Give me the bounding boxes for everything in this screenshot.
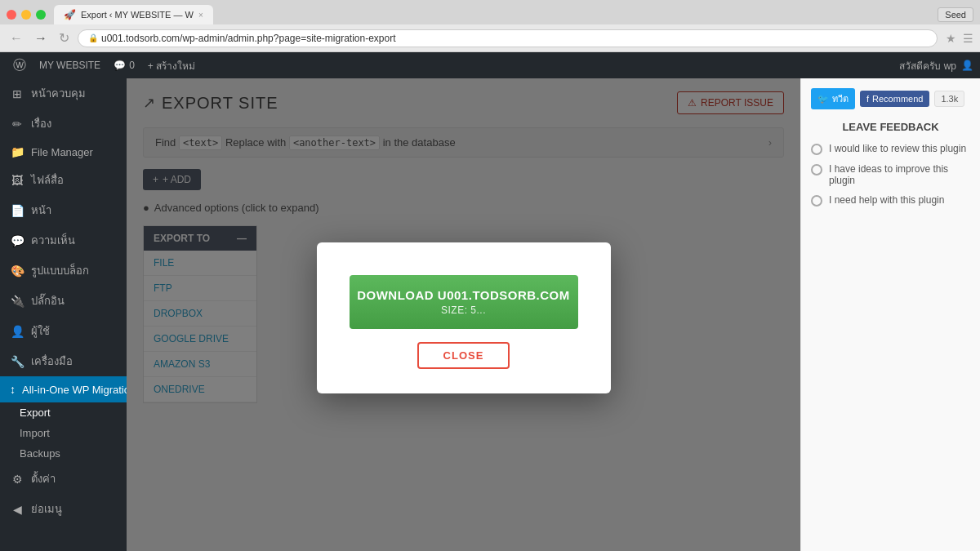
sidebar-item-collapse[interactable]: ◀ ย่อเมนู [0,494,127,524]
bookmark-icon[interactable]: ★ [946,32,956,45]
facebook-icon: f [866,94,869,104]
sidebar-plugins-label: ปลั๊กอิน [31,292,65,309]
tab-title: Export ‹ MY WEBSITE — W [81,10,194,20]
maximize-dot[interactable] [36,10,46,20]
radio-2[interactable] [811,164,822,176]
dashboard-icon: ⊞ [10,87,24,100]
back-button[interactable]: ← [7,29,26,47]
tools-icon: 🔧 [10,355,24,368]
count-badge: 1.3k [934,91,964,107]
wp-icon: ⓦ [13,57,26,74]
modal-box: DOWNLOAD U001.TODSORB.COM SIZE: 5... CLO… [317,242,611,393]
download-btn-size: SIZE: 5... [350,304,578,318]
browser-chrome: 🚀 Export ‹ MY WEBSITE — W × Seed ← → ↻ 🔒… [0,0,980,52]
settings-icon: ⚙ [10,473,24,486]
comments-sidebar-icon: 💬 [10,234,24,247]
sidebar-item-posts[interactable]: ✏ เรื่อง [0,109,127,139]
sidebar-item-aio[interactable]: ↕ All-in-One WP Migration [0,376,127,402]
twitter-icon: 🐦 [817,94,829,104]
posts-icon: ✏ [10,118,24,131]
address-bar[interactable]: 🔒 u001.todsorb.com/wp-admin/admin.php?pa… [78,29,938,47]
sidebar-users-label: ผู้ใช้ [31,322,50,340]
social-row: 🐦 ทวีต f Recommend 1.3k [811,88,970,109]
recommend-label: Recommend [872,94,923,104]
media-icon: 🖼 [10,174,24,187]
tweet-label: ทวีต [832,91,849,106]
new-item[interactable]: + สร้างใหม่ [141,52,202,78]
sidebar-tools-label: เครื่องมือ [31,353,73,370]
users-icon: 👤 [10,325,24,338]
sidebar-posts-label: เรื่อง [31,115,51,132]
sidebar-item-users[interactable]: 👤 ผู้ใช้ [0,316,127,346]
wp-layout: ⊞ หน้าควบคุม ✏ เรื่อง 📁 File Manager 🖼 ไ… [0,78,980,551]
right-panel: 🐦 ทวีต f Recommend 1.3k LEAVE FEEDBACK I… [800,78,980,551]
feedback-option-1[interactable]: I would like to review this plugin [811,143,970,155]
sidebar-dashboard-label: หน้าควบคุม [31,85,86,102]
greeting-item[interactable]: สวัสดีครับ wp 👤 [899,58,973,73]
close-dot[interactable] [7,10,16,20]
collapse-icon: ◀ [10,503,24,516]
radio-3[interactable] [811,195,822,207]
appearance-icon: 🎨 [10,264,24,278]
feedback-option-2[interactable]: I have ideas to improve this plugin [811,163,970,186]
new-label: + สร้างใหม่ [148,58,195,73]
sidebar-sub-import[interactable]: Import [0,423,127,443]
sidebar-settings-label: ตั้งค่า [31,470,56,487]
sidebar-item-settings[interactable]: ⚙ ตั้งค่า [0,464,127,494]
export-sub-label: Export [20,407,51,419]
toolbar-icons: ★ ☰ [946,32,973,45]
sidebar-item-comments[interactable]: 💬 ความเห็น [0,225,127,256]
sidebar-item-tools[interactable]: 🔧 เครื่องมือ [0,346,127,376]
feedback-label-2: I have ideas to improve this plugin [829,163,970,186]
sidebar-item-media[interactable]: 🖼 ไฟล์สื่อ [0,165,127,195]
sidebar-collapse-label: ย่อเมนู [31,500,62,518]
sidebar-aio-label: All-in-One WP Migration [22,384,127,396]
wp-sidebar: ⊞ หน้าควบคุม ✏ เรื่อง 📁 File Manager 🖼 ไ… [0,78,127,551]
sidebar-item-pages[interactable]: 📄 หน้า [0,195,127,225]
sidebar-filemanager-label: File Manager [31,146,93,158]
wp-main: ↗ EXPORT SITE ⚠ REPORT ISSUE Find <text>… [127,78,800,551]
minimize-dot[interactable] [21,10,31,20]
tab-favicon: 🚀 [64,9,76,20]
sidebar-comments-label: ความเห็น [31,232,75,249]
plugins-icon: 🔌 [10,295,24,308]
tab-close-btn[interactable]: × [198,11,203,20]
sidebar-item-appearance[interactable]: 🎨 รูปแบบบล็อก [0,256,127,286]
refresh-button[interactable]: ↻ [56,29,73,47]
feedback-label-3: I need help with this plugin [829,194,944,206]
sidebar-item-filemanager[interactable]: 📁 File Manager [0,139,127,165]
sidebar-item-dashboard[interactable]: ⊞ หน้าควบคุม [0,78,127,109]
menu-icon[interactable]: ☰ [963,32,973,45]
browser-tab[interactable]: 🚀 Export ‹ MY WEBSITE — W × [54,5,213,24]
feedback-option-3[interactable]: I need help with this plugin [811,194,970,207]
recommend-button[interactable]: f Recommend [860,91,929,107]
browser-toolbar: ← → ↻ 🔒 u001.todsorb.com/wp-admin/admin.… [0,24,980,51]
sidebar-sub-export[interactable]: Export [0,402,127,423]
sidebar-media-label: ไฟล์สื่อ [31,171,64,189]
import-sub-label: Import [20,427,50,439]
address-text: u001.todsorb.com/wp-admin/admin.php?page… [101,33,396,44]
lock-icon: 🔒 [88,33,98,42]
aio-icon: ↕ [10,383,16,396]
seed-button[interactable]: Seed [938,7,973,22]
tweet-button[interactable]: 🐦 ทวีต [811,88,855,109]
filemanager-icon: 📁 [10,145,24,158]
wp-logo-item[interactable]: ⓦ [7,52,33,78]
modal-overlay: DOWNLOAD U001.TODSORB.COM SIZE: 5... CLO… [127,78,800,551]
feedback-label-1: I would like to review this plugin [829,143,966,154]
download-button[interactable]: DOWNLOAD U001.TODSORB.COM SIZE: 5... [350,275,578,329]
comments-icon: 💬 [114,60,126,71]
site-name-item[interactable]: MY WEBSITE [33,52,107,78]
feedback-title: LEAVE FEEDBACK [811,121,970,133]
download-btn-line1: DOWNLOAD U001.TODSORB.COM [350,287,578,304]
close-modal-button[interactable]: CLOSE [417,342,510,369]
pages-icon: 📄 [10,204,24,217]
wp-admin-bar: ⓦ MY WEBSITE 💬 0 + สร้างใหม่ สวัสดีครับ … [0,52,980,78]
site-name-label: MY WEBSITE [39,60,100,71]
sidebar-appearance-label: รูปแบบบล็อก [31,262,89,279]
comments-item[interactable]: 💬 0 [107,52,141,78]
sidebar-item-plugins[interactable]: 🔌 ปลั๊กอิน [0,286,127,316]
radio-1[interactable] [811,144,822,155]
sidebar-sub-backups[interactable]: Backups [0,443,127,464]
forward-button[interactable]: → [31,29,51,47]
